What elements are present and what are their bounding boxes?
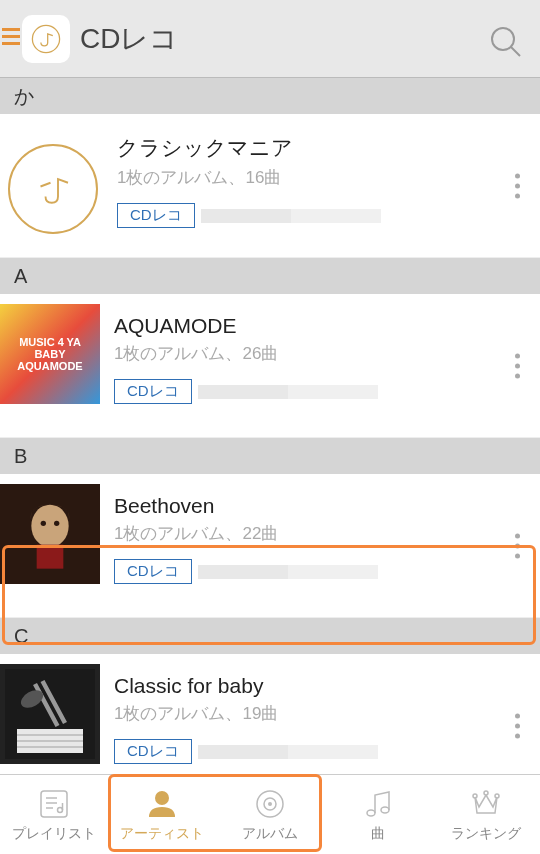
artist-thumb-placeholder-icon (8, 144, 98, 234)
item-subtitle: 1枚のアルバム、19曲 (114, 702, 540, 725)
search-icon[interactable] (488, 24, 524, 60)
tab-ranking[interactable]: ランキング (432, 775, 540, 854)
list-item[interactable]: Beethoven 1枚のアルバム、22曲 CDレコ (0, 474, 540, 618)
item-tag-row: CDレコ (114, 559, 540, 584)
svg-point-1 (492, 28, 514, 50)
svg-point-28 (268, 802, 272, 806)
svg-point-3 (31, 505, 68, 548)
hamburger-menu-icon[interactable] (2, 24, 20, 49)
svg-point-30 (381, 807, 389, 813)
item-body: Beethoven 1枚のアルバム、22曲 CDレコ (100, 484, 540, 584)
svg-point-29 (367, 810, 375, 816)
list-item[interactable]: クラシックマニア 1枚のアルバム、16曲 CDレコ (0, 114, 540, 258)
tab-label: 曲 (371, 825, 385, 843)
item-body: クラシックマニア 1枚のアルバム、16曲 CDレコ (103, 124, 540, 228)
svg-point-6 (54, 521, 59, 526)
item-subtitle: 1枚のアルバム、16曲 (117, 166, 540, 189)
storage-bar (198, 385, 378, 399)
list-item[interactable]: MUSIC 4 YA BABYAQUAMODE AQUAMODE 1枚のアルバム… (0, 294, 540, 438)
tab-album[interactable]: アルバム (216, 775, 324, 854)
item-tag-row: CDレコ (117, 203, 540, 228)
bottom-tabbar: プレイリスト アーティスト アルバム 曲 ランキング (0, 774, 540, 854)
source-tag: CDレコ (114, 379, 192, 404)
source-tag: CDレコ (117, 203, 195, 228)
tab-label: ランキング (451, 825, 521, 843)
storage-bar (198, 745, 378, 759)
more-icon[interactable] (515, 353, 520, 378)
svg-point-31 (473, 794, 477, 798)
more-icon[interactable] (515, 533, 520, 558)
app-logo-icon[interactable] (22, 15, 70, 63)
svg-point-32 (484, 791, 488, 795)
svg-rect-4 (37, 545, 64, 569)
tab-label: アーティスト (120, 825, 204, 843)
storage-bar (201, 209, 381, 223)
tab-label: プレイリスト (12, 825, 96, 843)
section-header: C (0, 618, 540, 654)
item-title: Classic for baby (114, 674, 540, 698)
item-tag-row: CDレコ (114, 739, 540, 764)
app-title: CDレコ (80, 20, 178, 58)
svg-point-33 (495, 794, 499, 798)
source-tag: CDレコ (114, 739, 192, 764)
item-subtitle: 1枚のアルバム、22曲 (114, 522, 540, 545)
artist-thumb (0, 664, 100, 764)
item-title: Beethoven (114, 494, 540, 518)
section-header: か (0, 78, 540, 114)
more-icon[interactable] (515, 713, 520, 738)
item-title: AQUAMODE (114, 314, 540, 338)
tab-song[interactable]: 曲 (324, 775, 432, 854)
item-tag-row: CDレコ (114, 379, 540, 404)
tab-artist[interactable]: アーティスト (108, 775, 216, 854)
section-header: B (0, 438, 540, 474)
tab-playlist[interactable]: プレイリスト (0, 775, 108, 854)
svg-point-5 (41, 521, 46, 526)
artist-thumb (0, 484, 100, 584)
storage-bar (198, 565, 378, 579)
item-title: クラシックマニア (117, 134, 540, 162)
item-body: AQUAMODE 1枚のアルバム、26曲 CDレコ (100, 304, 540, 404)
source-tag: CDレコ (114, 559, 192, 584)
artist-thumb: MUSIC 4 YA BABYAQUAMODE (0, 304, 100, 404)
svg-point-25 (155, 791, 169, 805)
more-icon[interactable] (515, 173, 520, 198)
tab-label: アルバム (242, 825, 298, 843)
item-subtitle: 1枚のアルバム、26曲 (114, 342, 540, 365)
svg-line-2 (511, 47, 520, 56)
app-header: CDレコ (0, 0, 540, 78)
svg-point-0 (32, 25, 59, 52)
item-body: Classic for baby 1枚のアルバム、19曲 CDレコ (100, 664, 540, 764)
section-header: A (0, 258, 540, 294)
